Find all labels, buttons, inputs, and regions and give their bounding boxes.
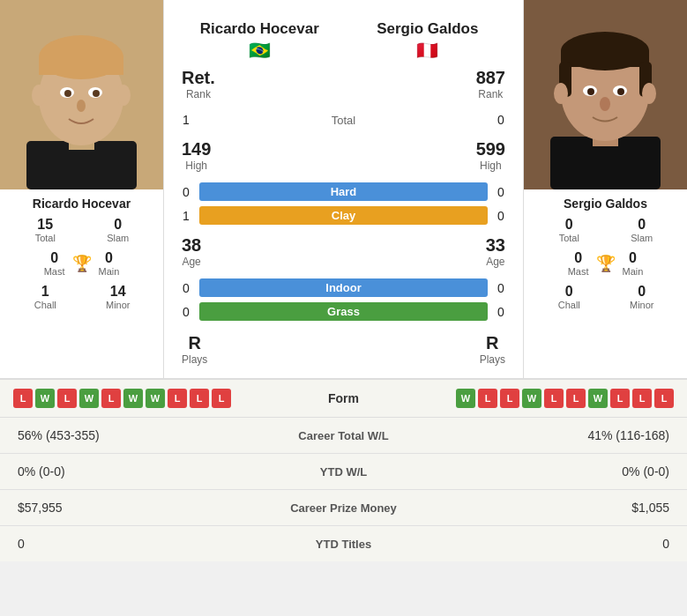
right-rank-stat: 887 Rank — [476, 68, 505, 100]
right-age-stat: 33 Age — [486, 235, 505, 268]
right-player-name: Sergio Galdos — [559, 189, 652, 212]
indoor-badge: Indoor — [199, 278, 488, 297]
left-plays-stat: R Plays — [182, 333, 207, 366]
right-player-photo — [524, 0, 687, 189]
center-left-name: Ricardo Hocevar — [175, 20, 344, 38]
svg-point-9 — [93, 90, 100, 97]
left-age-stat: 38 Age — [182, 235, 201, 268]
right-trophy-icon: 🏆 — [596, 254, 616, 273]
stats-left-value: 56% (453-355) — [18, 428, 247, 442]
stats-row: 56% (453-355)Career Total W/L41% (116-16… — [0, 418, 687, 454]
form-badge: L — [500, 389, 519, 408]
right-total-stat: 0 Total — [537, 217, 601, 243]
svg-point-23 — [587, 88, 594, 95]
svg-point-11 — [32, 85, 46, 106]
hard-badge: Hard — [199, 182, 488, 201]
form-badge: W — [522, 389, 541, 408]
svg-rect-18 — [561, 51, 649, 67]
form-badge: L — [190, 389, 209, 408]
svg-point-8 — [64, 90, 71, 97]
form-badge: W — [588, 389, 608, 408]
right-stats-grid: 0 Total 0 Slam — [524, 212, 687, 248]
svg-point-25 — [600, 97, 610, 111]
left-chall-stat: 1 Chall — [13, 284, 78, 310]
top-section: Ricardo Hocevar 15 Total 0 Slam 0 Mast 🏆 — [0, 0, 687, 380]
form-badge: L — [57, 389, 77, 408]
form-badge: L — [632, 389, 652, 408]
svg-point-27 — [642, 83, 656, 104]
center-panel: Ricardo Hocevar 🇧🇷 Sergio Galdos 🇵🇪 Ret.… — [163, 0, 524, 378]
stats-right-value: 41% (116-168) — [441, 428, 670, 442]
form-badge: W — [79, 389, 99, 408]
stats-center-label: Career Total W/L — [247, 429, 441, 442]
form-badge: W — [123, 389, 143, 408]
stats-row: 0% (0-0)YTD W/L0% (0-0) — [0, 454, 687, 490]
stats-rows: 56% (453-355)Career Total W/L41% (116-16… — [0, 418, 687, 561]
form-section: LWLWLWWLLL Form WLLWLLWLLL — [0, 380, 687, 418]
right-bottom-stats: 0 Chall 0 Minor — [524, 279, 687, 315]
form-badge: L — [654, 389, 674, 408]
right-minor-stat: 0 Minor — [610, 284, 675, 310]
svg-point-10 — [77, 100, 86, 112]
left-player-card: Ricardo Hocevar 15 Total 0 Slam 0 Mast 🏆 — [0, 0, 163, 378]
left-high-stat: 149 High — [182, 139, 211, 172]
clay-row: 1 Clay 0 — [168, 206, 519, 225]
form-badge: L — [212, 389, 231, 408]
form-badge: L — [610, 389, 630, 408]
form-badge: W — [456, 389, 475, 408]
right-trophy-row: 0 Mast 🏆 0 Main — [524, 248, 687, 279]
left-mast-stat: 0 Mast — [44, 250, 65, 277]
stats-center-label: Career Prize Money — [247, 501, 441, 515]
stats-row: $57,955Career Prize Money$1,055 — [0, 490, 687, 526]
form-badge: L — [13, 389, 33, 408]
grass-row: 0 Grass 0 — [168, 302, 519, 321]
stats-left-value: 0 — [18, 537, 247, 551]
left-total-stat: 15 Total — [13, 217, 78, 243]
hard-row: 0 Hard 0 — [168, 182, 519, 201]
right-form-badges: WLLWLLWLLL — [456, 389, 674, 408]
right-chall-stat: 0 Chall — [537, 284, 601, 310]
match-rows: 1 Total 0 149 High 599 High — [168, 113, 519, 369]
left-player-photo — [0, 0, 163, 189]
left-bottom-stats: 1 Chall 14 Minor — [0, 279, 163, 315]
right-plays-stat: R Plays — [480, 333, 505, 366]
right-main-stat: 0 Main — [623, 250, 644, 277]
stats-center-label: YTD Titles — [247, 538, 441, 551]
form-badge: W — [146, 389, 165, 408]
form-badge: L — [566, 389, 586, 408]
svg-point-12 — [116, 85, 131, 106]
stats-left-value: $57,955 — [18, 501, 247, 515]
left-flag: 🇧🇷 — [175, 40, 344, 61]
form-badge: L — [101, 389, 121, 408]
right-mast-stat: 0 Mast — [568, 250, 589, 277]
stats-right-value: 0% (0-0) — [441, 464, 670, 479]
grass-badge: Grass — [199, 302, 488, 321]
left-slam-stat: 0 Slam — [86, 217, 151, 243]
form-badge: L — [544, 389, 564, 408]
total-row: 1 Total 0 — [168, 113, 519, 127]
center-right-name: Sergio Galdos — [344, 20, 512, 38]
indoor-row: 0 Indoor 0 — [168, 278, 519, 297]
clay-badge: Clay — [199, 206, 488, 225]
svg-point-24 — [617, 88, 624, 95]
form-badge: L — [478, 389, 497, 408]
form-label: Form — [317, 391, 370, 405]
right-flag: 🇵🇪 — [344, 40, 512, 61]
stats-center-label: YTD W/L — [247, 465, 441, 479]
left-player-name: Ricardo Hocevar — [28, 189, 135, 212]
left-trophy-icon: 🏆 — [72, 254, 92, 273]
right-high-stat: 599 High — [476, 139, 505, 172]
left-stats-grid: 15 Total 0 Slam — [0, 212, 163, 248]
stats-left-value: 0% (0-0) — [18, 464, 247, 479]
right-player-card: Sergio Galdos 0 Total 0 Slam 0 Mast 🏆 — [524, 0, 687, 378]
left-main-stat: 0 Main — [99, 250, 120, 277]
stats-right-value: 0 — [441, 537, 670, 551]
form-badge: W — [35, 389, 55, 408]
left-minor-stat: 14 Minor — [86, 284, 151, 310]
svg-rect-5 — [39, 57, 123, 75]
stats-right-value: $1,055 — [441, 501, 670, 515]
right-slam-stat: 0 Slam — [610, 217, 675, 243]
left-rank-stat: Ret. Rank — [182, 68, 215, 100]
left-form-badges: LWLWLWWLLL — [13, 389, 231, 408]
main-container: Ricardo Hocevar 15 Total 0 Slam 0 Mast 🏆 — [0, 0, 687, 561]
